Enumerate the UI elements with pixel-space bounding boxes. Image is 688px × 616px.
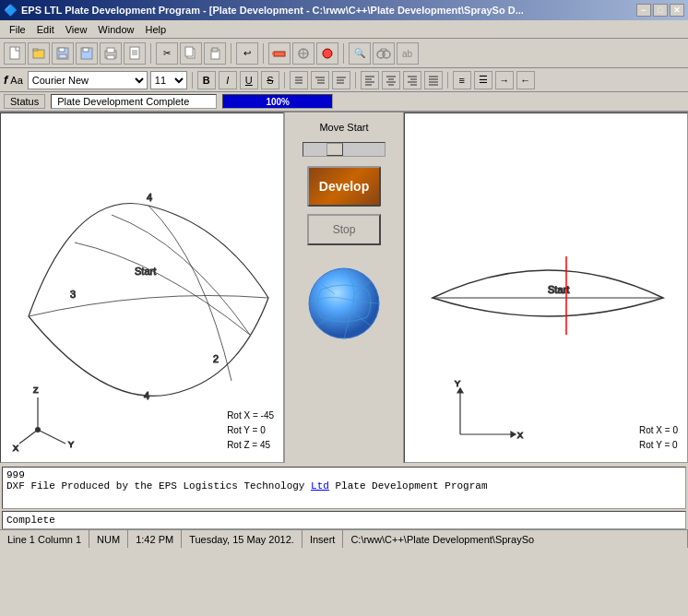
status-num: NUM — [89, 530, 128, 548]
svg-point-68 — [309, 268, 379, 338]
svg-rect-2 — [33, 49, 38, 51]
underline-button[interactable]: U — [240, 71, 258, 89]
svg-text:Y: Y — [455, 379, 460, 388]
search-button[interactable]: 🔍 — [349, 42, 371, 65]
formatbar: f Aa Courier New Arial Times New Roman 1… — [0, 68, 688, 92]
svg-rect-9 — [107, 48, 114, 53]
strikethrough-button[interactable]: S — [261, 71, 279, 89]
text-output: 999 DXF File Produced by the EPS Logisti… — [2, 467, 686, 509]
copy-button[interactable] — [180, 42, 202, 65]
menu-view[interactable]: View — [60, 22, 93, 37]
left-rot-z: Rot Z = 45 — [227, 438, 274, 453]
toolbar: ✂ ↩ 🔍 ab — [0, 39, 688, 68]
right-rot-y: Rot Y = 0 — [639, 438, 678, 453]
app-icon: 🔷 — [4, 4, 18, 17]
indent-more[interactable]: → — [495, 71, 514, 89]
print-button[interactable] — [100, 42, 122, 65]
left-panel: 4 3 2 4 Start X Y Z Rot X = -45 — [0, 113, 284, 463]
align-left-button[interactable] — [361, 71, 379, 89]
spacing-btn1[interactable]: ≡ — [453, 71, 471, 89]
tool2-button[interactable] — [292, 42, 314, 65]
replace-button[interactable]: ab — [397, 42, 419, 65]
left-rot-y: Rot Y = 0 — [227, 423, 274, 438]
svg-marker-73 — [511, 432, 516, 437]
svg-point-67 — [35, 427, 41, 432]
preview-button[interactable] — [124, 42, 146, 65]
svg-rect-18 — [212, 48, 218, 52]
status-label: Status — [4, 94, 45, 109]
develop-button[interactable]: Develop — [307, 166, 381, 207]
open-button[interactable] — [28, 42, 50, 65]
spacing-btn2[interactable]: ☰ — [474, 71, 492, 89]
undo-button[interactable]: ↩ — [236, 42, 258, 65]
output-line-1: 999 — [6, 469, 682, 480]
svg-text:2: 2 — [213, 353, 219, 364]
outdent-button[interactable] — [332, 71, 350, 89]
italic-f-icon: f — [4, 73, 7, 87]
titlebar-title: EPS LTL Plate Development Program - [Pla… — [21, 5, 524, 16]
svg-text:4: 4 — [147, 192, 152, 203]
svg-text:Z: Z — [33, 385, 39, 395]
svg-text:X: X — [517, 431, 523, 440]
format-sep-3 — [355, 72, 356, 89]
svg-text:Y: Y — [68, 440, 74, 449]
bold-button[interactable]: B — [197, 71, 216, 89]
output-area-wrapper: 999 DXF File Produced by the EPS Logisti… — [0, 463, 688, 529]
new-button[interactable] — [4, 42, 26, 65]
svg-text:3: 3 — [70, 289, 76, 300]
status-path: C:\rww\C++\Plate Development\SpraySo — [343, 530, 688, 548]
indent-less[interactable]: ← — [516, 71, 535, 89]
minimize-button[interactable]: − — [636, 4, 651, 17]
axes-3d-svg: X Y Z — [6, 379, 79, 453]
slider-thumb[interactable] — [326, 143, 343, 156]
binoculars-button[interactable] — [373, 42, 395, 65]
axes-2d-svg: X Y — [442, 379, 534, 453]
menu-window[interactable]: Window — [92, 22, 139, 37]
menu-help[interactable]: Help — [139, 22, 172, 37]
right-axes-info: Rot X = 0 Rot Y = 0 — [639, 423, 678, 453]
svg-text:ab: ab — [402, 49, 413, 59]
align-center-button[interactable] — [382, 71, 400, 89]
close-button[interactable]: ✕ — [670, 4, 684, 17]
svg-rect-5 — [59, 54, 66, 58]
titlebar-left: 🔷 EPS LTL Plate Development Program - [P… — [4, 4, 524, 17]
titlebar-controls: − □ ✕ — [636, 4, 684, 17]
justify-button[interactable] — [424, 71, 443, 89]
saveas-button[interactable] — [76, 42, 98, 65]
menu-file[interactable]: File — [4, 22, 31, 37]
svg-rect-16 — [185, 47, 193, 56]
center-panel: Move Start Develop Stop — [284, 113, 404, 463]
tool3-button[interactable] — [316, 42, 338, 65]
move-start-label: Move Start — [319, 122, 368, 133]
toolbar-separator-1 — [150, 43, 151, 64]
progress-bar-container: 100% — [222, 94, 333, 109]
font-selector[interactable]: Courier New Arial Times New Roman — [28, 71, 148, 89]
status-mode: Insert — [302, 530, 344, 548]
menu-edit[interactable]: Edit — [31, 22, 60, 37]
italic-button[interactable]: I — [219, 71, 237, 89]
toolbar-separator-2 — [231, 43, 231, 64]
svg-rect-10 — [107, 55, 114, 59]
move-start-slider[interactable] — [302, 142, 386, 157]
svg-rect-7 — [83, 48, 89, 52]
maximize-button[interactable]: □ — [653, 4, 668, 17]
align-right-button[interactable] — [403, 71, 421, 89]
font-size-selector[interactable]: 11 10 12 14 — [150, 71, 187, 89]
stop-button[interactable]: Stop — [307, 214, 381, 245]
left-axes-info: Rot X = -45 Rot Y = 0 Rot Z = 45 — [227, 409, 274, 453]
indent-button[interactable] — [311, 71, 329, 89]
format-sep-2 — [284, 72, 285, 89]
list-button[interactable] — [290, 71, 308, 89]
toolbar-separator-3 — [263, 43, 264, 64]
status-position: Line 1 Column 1 — [0, 530, 89, 548]
menubar: File Edit View Window Help — [0, 20, 688, 39]
progress-bar-fill: 100% — [223, 95, 332, 108]
cut-button[interactable]: ✂ — [156, 42, 178, 65]
svg-rect-19 — [274, 52, 285, 56]
status-text: Plate Development Complete — [51, 94, 217, 109]
output-line2-prefix: DXF File Produced by the EPS Logistics T… — [6, 480, 311, 492]
save-button[interactable] — [52, 42, 74, 65]
tool1-button[interactable] — [268, 42, 291, 65]
statusbar-bottom: Line 1 Column 1 NUM 1:42 PM Tuesday, 15 … — [0, 529, 688, 548]
paste-button[interactable] — [204, 42, 226, 65]
